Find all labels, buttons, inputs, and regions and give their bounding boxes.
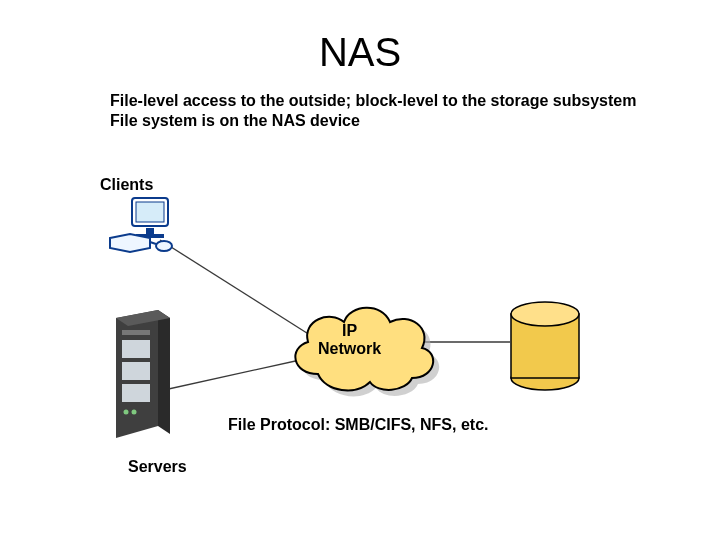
protocol-label: File Protocol: SMB/CIFS, NFS, etc.	[228, 416, 488, 434]
svg-line-1	[164, 360, 300, 390]
svg-rect-11	[122, 362, 150, 380]
svg-rect-12	[122, 384, 150, 402]
svg-point-7	[156, 241, 172, 251]
svg-point-17	[511, 302, 579, 326]
cloud-label: IP Network	[318, 322, 381, 359]
cloud-label-line-2: Network	[318, 340, 381, 357]
svg-rect-10	[122, 340, 150, 358]
servers-label: Servers	[128, 458, 187, 476]
svg-rect-4	[136, 202, 164, 222]
clients-label: Clients	[100, 176, 153, 194]
svg-point-13	[124, 410, 129, 415]
svg-point-14	[132, 410, 137, 415]
svg-rect-9	[122, 330, 150, 335]
server-icon	[100, 310, 174, 450]
storage-cylinder-icon	[506, 300, 584, 398]
diagram-canvas: NAS File-level access to the outside; bl…	[0, 0, 720, 540]
connections	[0, 0, 720, 540]
client-pc-icon	[106, 194, 176, 260]
svg-rect-5	[146, 228, 154, 234]
cloud-label-line-1: IP	[342, 322, 357, 339]
